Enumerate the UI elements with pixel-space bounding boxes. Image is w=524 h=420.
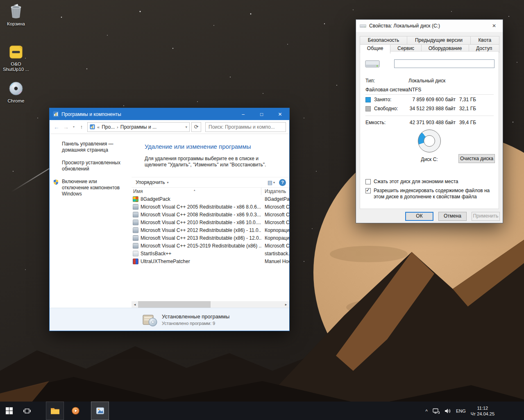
horizontal-scrollbar[interactable]: ◂ ▸	[132, 301, 289, 308]
taskbar-clock[interactable]: 11:12 Чт 24.04.25	[471, 405, 495, 417]
list-item[interactable]: Microsoft Visual C++ 2015-2019 Redistrib…	[132, 242, 289, 250]
sort-ascending-icon: ▴	[194, 186, 195, 194]
view-mode-icon[interactable]: ▤	[268, 179, 272, 186]
maximize-button[interactable]: □	[252, 108, 271, 120]
forward-button[interactable]: →	[62, 124, 70, 130]
media-player-button[interactable]	[66, 402, 84, 420]
tab-previous-versions[interactable]: Предыдущие версии	[407, 36, 471, 45]
dialog-title-bar[interactable]: Свойства: Локальный диск (C:)	[356, 20, 503, 32]
free-space-row: Свободно: 34 512 293 888 байт 32,1 ГБ	[365, 106, 476, 111]
control-panel-icon	[53, 111, 59, 117]
ultraux-icon	[133, 259, 138, 264]
tray-overflow-icon[interactable]: ^	[425, 409, 428, 414]
tab-security[interactable]: Безопасность	[360, 36, 407, 45]
desktop-icon-label: Корзина	[7, 21, 25, 27]
back-button[interactable]: ←	[53, 124, 60, 130]
scroll-left-icon[interactable]: ◂	[132, 301, 138, 308]
breadcrumb-current[interactable]: Программы и ...	[120, 124, 157, 130]
list-item[interactable]: Microsoft Visual C++ 2012 Redistributabl…	[132, 226, 289, 234]
active-app-button[interactable]	[91, 402, 109, 420]
start-button[interactable]	[0, 402, 18, 420]
minimize-button[interactable]: –	[234, 108, 252, 120]
disk-cleanup-button[interactable]: Очистка диска	[458, 154, 495, 163]
page-description: Для удаления программы выберите ее в спи…	[145, 156, 280, 168]
cancel-button[interactable]: Отмена	[438, 212, 467, 221]
list-item[interactable]: 8GadgetPack 8GadgetPack	[132, 195, 289, 203]
search-input[interactable]: Поиск: Программы и компо...	[205, 122, 286, 132]
breadcrumb-overflow-icon[interactable]: «	[97, 125, 100, 129]
address-dropdown-icon[interactable]: ▾	[185, 125, 187, 129]
filesystem-label: Файловая система:	[365, 87, 410, 93]
up-button[interactable]: ↑	[78, 124, 85, 130]
msvc-installer-icon	[133, 220, 138, 225]
task-view-icon	[23, 407, 31, 415]
sidebar-item-windows-features[interactable]: Включение или отключение компонентов Win…	[62, 179, 124, 197]
desktop-icon-chrome[interactable]: Chrome	[0, 80, 32, 104]
close-button[interactable]: ✕	[271, 108, 289, 120]
list-item[interactable]: Microsoft Visual C++ 2005 Redistributabl…	[132, 203, 289, 211]
uac-shield-icon	[53, 179, 59, 187]
image-viewer-icon	[96, 406, 104, 415]
system-tray: ^ ENG 11:12 Чт 24.04.25	[425, 402, 524, 420]
media-player-icon	[71, 406, 80, 415]
filesystem-value: NTFS	[408, 87, 421, 93]
type-value: Локальный диск	[408, 78, 445, 84]
close-button[interactable]: ✕	[485, 20, 503, 32]
organize-button[interactable]: Упорядочить ▾	[136, 179, 168, 185]
type-label: Тип:	[365, 78, 375, 84]
tab-general[interactable]: Общие	[360, 44, 390, 54]
view-dropdown-icon[interactable]: ▾	[273, 181, 275, 184]
task-view-button[interactable]	[18, 402, 36, 420]
list-item[interactable]: Microsoft Visual C++ 2010 Redistributabl…	[132, 218, 289, 226]
startisback-icon	[133, 251, 138, 257]
apply-button: Применить	[472, 212, 500, 221]
drive-icon	[365, 57, 380, 70]
list-item[interactable]: UltraUXThemePatcher Manuel Hoe	[132, 257, 289, 265]
sidebar-item-installed-updates[interactable]: Просмотр установленных обновлений	[62, 160, 124, 172]
list-item[interactable]: Microsoft Visual C++ 2013 Redistributabl…	[132, 234, 289, 242]
title-bar[interactable]: Программы и компоненты – □ ✕	[50, 108, 289, 120]
programs-and-features-window: Программы и компоненты – □ ✕ ← → ▾ ↑ « П…	[49, 108, 290, 331]
network-icon[interactable]	[433, 408, 440, 414]
programs-list: 8GadgetPack 8GadgetPack Microsoft Visual…	[132, 195, 289, 301]
scroll-right-icon[interactable]: ▸	[283, 301, 289, 308]
help-icon[interactable]: ?	[279, 179, 286, 186]
msvc-installer-icon	[133, 235, 138, 241]
ok-button[interactable]: ОК	[405, 212, 433, 221]
command-bar: Упорядочить ▾ ▤ ▾ ?	[132, 177, 289, 188]
details-subtitle: Установлено программ: 9	[162, 321, 229, 326]
msvc-installer-icon	[133, 227, 138, 233]
list-item[interactable]: Microsoft Visual C++ 2008 Redistributabl…	[132, 211, 289, 218]
msvc-installer-icon	[133, 212, 138, 218]
chevron-down-icon: ▾	[167, 181, 168, 184]
history-dropdown[interactable]: ▾	[72, 125, 76, 129]
breadcrumb-root[interactable]: Про...	[102, 124, 115, 130]
desktop-icon-recycle-bin[interactable]: Корзина	[0, 2, 32, 27]
column-header-name[interactable]: Имя ▴	[132, 188, 261, 195]
used-legend-swatch	[365, 97, 371, 102]
gadgetpack-icon	[133, 196, 138, 202]
address-bar[interactable]: « Про... › Программы и ... ▾	[87, 122, 190, 132]
volume-icon[interactable]	[445, 408, 451, 414]
refresh-button[interactable]: ⟳	[191, 122, 201, 132]
clock-date: Чт 24.04.25	[471, 411, 495, 417]
index-option[interactable]: ✓ Разрешить индексировать содержимое фай…	[365, 188, 497, 200]
oo-shutup10-icon	[8, 44, 24, 60]
desktop-icon-oo-shutup10[interactable]: O&O ShutUp10 ...	[0, 44, 32, 72]
volume-label-input[interactable]	[394, 59, 495, 68]
desktop-icon-label: O&O ShutUp10 ...	[1, 61, 31, 72]
sidebar-item-label: Включение или отключение компонентов Win…	[62, 179, 120, 197]
compress-option[interactable]: Сжать этот диск для экономии места	[365, 179, 497, 185]
column-header-publisher[interactable]: Издатель	[261, 188, 289, 195]
recycle-bin-icon	[8, 2, 24, 20]
list-item[interactable]: StartIsBack++ startisback.c	[132, 250, 289, 257]
sidebar-item-control-panel-home[interactable]: Панель управления — домашняя страница	[62, 141, 124, 153]
breadcrumb-separator-icon: ›	[117, 125, 118, 129]
language-indicator[interactable]: ENG	[456, 409, 466, 413]
compress-checkbox[interactable]	[365, 179, 371, 184]
file-explorer-button[interactable]	[46, 402, 64, 420]
details-title: Установленные программы	[162, 313, 229, 320]
index-checkbox[interactable]: ✓	[365, 188, 371, 193]
tab-quota[interactable]: Квота	[470, 36, 499, 45]
scrollbar-thumb[interactable]	[138, 301, 211, 308]
